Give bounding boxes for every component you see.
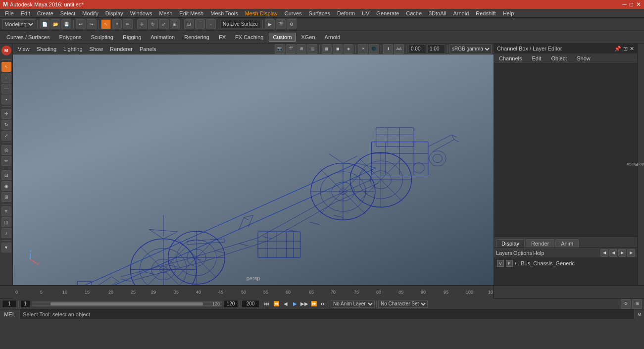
- shelf-fx-caching[interactable]: FX Caching: [231, 33, 268, 42]
- edge-mode-btn[interactable]: —: [1, 84, 11, 94]
- menu-edit[interactable]: Edit: [18, 10, 33, 17]
- menu-deform[interactable]: Deform: [334, 10, 358, 17]
- menu-redshift[interactable]: Redshift: [473, 10, 498, 17]
- minimize-button[interactable]: ─: [622, 1, 627, 8]
- lasso-tool-btn[interactable]: ⌖: [112, 19, 122, 29]
- layer-end-btn[interactable]: ▶: [627, 249, 635, 257]
- vp-shaded-btn[interactable]: ◼: [333, 44, 343, 54]
- color-space-selector[interactable]: sRGB gamma: [449, 45, 492, 53]
- render-settings-btn[interactable]: ⚙: [287, 19, 297, 29]
- vp-shadow-btn[interactable]: 🌑: [369, 44, 379, 54]
- vp-menu-show[interactable]: Show: [87, 46, 106, 52]
- vp-menu-renderer[interactable]: Renderer: [107, 46, 136, 52]
- rp-menu-object[interactable]: Object: [548, 55, 570, 62]
- new-file-button[interactable]: 📄: [40, 19, 50, 29]
- vp-light-btn[interactable]: ☀: [358, 44, 368, 54]
- shelf-xgen[interactable]: XGen: [297, 33, 319, 42]
- move-tool-btn[interactable]: ✛: [137, 19, 147, 29]
- menu-generate[interactable]: Generate: [373, 10, 402, 17]
- menu-uv[interactable]: UV: [359, 10, 372, 17]
- rp-float-icon[interactable]: ⊡: [623, 46, 628, 52]
- shelf-sculpting[interactable]: Sculpting: [87, 33, 118, 42]
- help-menu[interactable]: Help: [533, 250, 545, 256]
- menu-arnold[interactable]: Arnold: [450, 10, 472, 17]
- tab-render[interactable]: Render: [526, 239, 554, 248]
- vertex-mode-btn[interactable]: ·: [1, 73, 11, 83]
- goto-end-btn[interactable]: ⏭: [319, 300, 327, 308]
- prev-frame-btn[interactable]: ◀: [282, 300, 290, 308]
- transform-tool-btn[interactable]: ⊞: [170, 19, 180, 29]
- menu-3dtoall[interactable]: 3DtoAll: [426, 10, 449, 17]
- rp-close-icon[interactable]: ✕: [630, 46, 634, 52]
- shelf-arnold[interactable]: Arnold: [320, 33, 345, 42]
- shelf-rendering[interactable]: Rendering: [180, 33, 214, 42]
- frame-start-input[interactable]: [20, 300, 30, 308]
- anim-layer-btn[interactable]: ♪: [1, 228, 11, 238]
- tab-display[interactable]: Display: [496, 239, 525, 248]
- redo-button[interactable]: ↪: [87, 19, 97, 29]
- menu-windows[interactable]: Windows: [127, 10, 155, 17]
- display-layer-btn[interactable]: ≡: [1, 206, 11, 216]
- shelf-custom[interactable]: Custom: [269, 33, 297, 42]
- rp-menu-channels[interactable]: Channels: [496, 55, 525, 62]
- menu-curves[interactable]: Curves: [282, 10, 305, 17]
- play-btn[interactable]: ▶: [291, 300, 299, 308]
- menu-create[interactable]: Create: [34, 10, 56, 17]
- rp-menu-show[interactable]: Show: [574, 55, 594, 62]
- vp-film-btn[interactable]: 🎬: [286, 44, 296, 54]
- vp-menu-shading[interactable]: Shading: [34, 46, 59, 52]
- scale-tool-btn[interactable]: ⤢: [159, 19, 169, 29]
- vp-shaded-wire-btn[interactable]: ◈: [344, 44, 353, 54]
- vp-camera-btn[interactable]: 📷: [275, 44, 285, 54]
- render-btn[interactable]: ▶: [265, 19, 275, 29]
- vp-hud-btn[interactable]: ℹ: [383, 44, 393, 54]
- menu-file[interactable]: File: [2, 10, 17, 17]
- extras-btn[interactable]: ▼: [1, 243, 11, 252]
- rp-pin-icon[interactable]: 📌: [614, 46, 621, 52]
- select-mode-btn[interactable]: ↖: [1, 62, 11, 72]
- paint-tool-btn[interactable]: ✏: [123, 19, 133, 29]
- paint-btn[interactable]: ✏: [1, 156, 11, 166]
- open-file-button[interactable]: 📂: [50, 19, 60, 29]
- snap-view-btn[interactable]: ⊞: [1, 192, 11, 202]
- next-key-btn[interactable]: ⏩: [310, 300, 318, 308]
- rotate-tool-btn[interactable]: ↻: [148, 19, 158, 29]
- mel-python-toggle[interactable]: MEL: [0, 309, 20, 319]
- vp-aa-btn[interactable]: AA: [394, 44, 404, 54]
- layers-menu[interactable]: Layers: [496, 250, 512, 256]
- char-options-btn[interactable]: ⊞: [632, 299, 642, 309]
- shelf-animation[interactable]: Animation: [146, 33, 179, 42]
- anim-layer-selector[interactable]: No Anim Layer: [331, 300, 375, 308]
- vp-menu-lighting[interactable]: Lighting: [60, 46, 86, 52]
- menu-modify[interactable]: Modify: [79, 10, 101, 17]
- next-frame-btn[interactable]: ▶▶: [300, 300, 308, 308]
- goto-start-btn[interactable]: ⏮: [263, 300, 271, 308]
- snap-grid-lt-btn[interactable]: ⊡: [1, 170, 11, 180]
- layer-visibility[interactable]: V: [497, 260, 504, 267]
- anim-options-btn[interactable]: ⚙: [621, 299, 631, 309]
- move-btn[interactable]: ✛: [1, 109, 11, 119]
- layer-next-btn[interactable]: ▶: [618, 249, 626, 257]
- ipr-btn[interactable]: 🎬: [276, 19, 286, 29]
- maximize-button[interactable]: □: [630, 1, 633, 8]
- save-file-button[interactable]: 💾: [61, 19, 71, 29]
- attribute-editor-tab[interactable]: Attribute Editor: [637, 44, 644, 285]
- shelf-fx[interactable]: FX: [214, 33, 230, 42]
- soft-select-btn[interactable]: ◎: [1, 145, 11, 155]
- vp-grid-btn[interactable]: ⊞: [297, 44, 306, 54]
- snap-grid-btn[interactable]: ⊡: [184, 19, 194, 29]
- rotate-btn[interactable]: ↻: [1, 120, 11, 130]
- layer-playback[interactable]: P: [506, 260, 513, 267]
- layer-add-btn[interactable]: ◀: [600, 249, 608, 257]
- select-tool-btn[interactable]: ↖: [101, 19, 111, 29]
- mode-selector[interactable]: Modeling: [2, 19, 35, 29]
- tab-anim[interactable]: Anim: [555, 239, 579, 248]
- face-mode-btn[interactable]: ▪: [1, 95, 11, 104]
- frame-current-input[interactable]: [2, 300, 17, 308]
- playback-speed-input[interactable]: [242, 300, 259, 308]
- vp-wireframe-btn[interactable]: ▦: [322, 44, 332, 54]
- shelf-curves-surfaces[interactable]: Curves / Surfaces: [2, 33, 54, 42]
- menu-edit-mesh[interactable]: Edit Mesh: [176, 10, 206, 17]
- menu-select[interactable]: Select: [57, 10, 79, 17]
- layer-row[interactable]: V P /...Bus_Chassis_Generic: [495, 258, 636, 268]
